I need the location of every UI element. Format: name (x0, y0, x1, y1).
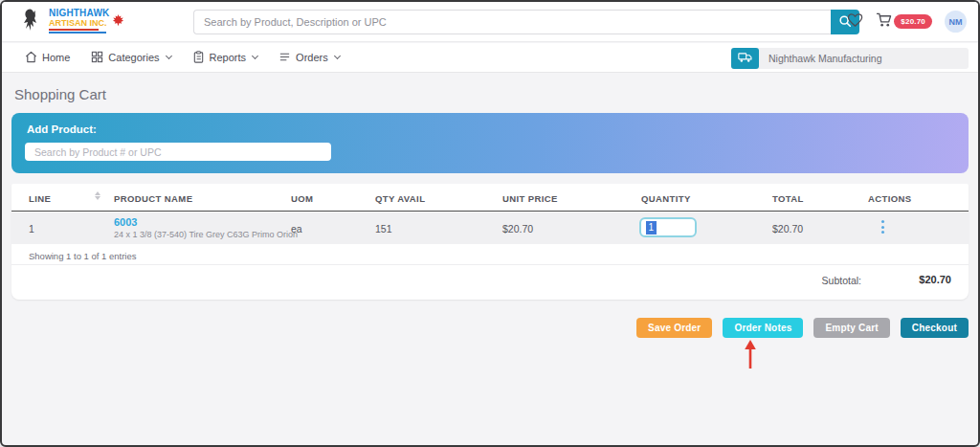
cart-button[interactable]: $20.70 (876, 12, 932, 32)
subtotal-divider (11, 264, 969, 265)
nav-item-reports[interactable]: Reports (192, 51, 258, 65)
maple-leaf-icon (112, 13, 124, 31)
cart-total-badge: $20.70 (894, 14, 932, 29)
col-header-total[interactable]: TOTAL (772, 193, 804, 204)
nav-label-home: Home (42, 52, 70, 63)
nav-item-home[interactable]: Home (25, 51, 70, 65)
col-header-quantity[interactable]: QUANTITY (641, 193, 691, 204)
col-header-product[interactable]: PRODUCT NAME (114, 193, 192, 204)
app-window: NIGHTHAWK ARTISAN INC. (0, 0, 980, 447)
chevron-down-icon (166, 53, 172, 59)
quantity-input[interactable]: 1 (639, 217, 697, 237)
checkout-button[interactable]: Checkout (901, 318, 969, 338)
user-avatar[interactable]: NM (945, 11, 967, 33)
list-icon (278, 51, 291, 65)
grid-icon (91, 51, 103, 65)
cell-uom: ea (291, 223, 302, 235)
global-search (193, 10, 859, 34)
col-header-qty-avail[interactable]: QTY AVAIL (375, 193, 425, 204)
nav-label-categories: Categories (108, 52, 159, 63)
product-code-link[interactable]: 6003 (114, 216, 298, 228)
add-product-search-input[interactable] (25, 143, 331, 161)
table-row: 1 6003 24 x 1 3/8 (37-540) Tire Grey C63… (11, 212, 969, 244)
save-order-button[interactable]: Save Order (636, 318, 712, 338)
col-header-line[interactable]: LINE (29, 193, 51, 204)
nav-label-orders: Orders (296, 52, 328, 63)
logo-tagline-rule-blue (49, 32, 106, 34)
clipboard-icon (192, 51, 205, 65)
header-icons: $20.70 NM (847, 11, 967, 33)
top-header: NIGHTHAWK ARTISAN INC. (2, 2, 978, 42)
account-name: Nighthawk Manufacturing (768, 53, 881, 64)
logo-text: NIGHTHAWK ARTISAN INC. (49, 9, 109, 34)
order-notes-button[interactable]: Order Notes (723, 318, 803, 338)
cell-product: 6003 24 x 1 3/8 (37-540) Tire Grey C63G … (114, 216, 298, 239)
nav-items: Home Categories (25, 43, 340, 72)
nav-item-categories[interactable]: Categories (91, 51, 170, 65)
wishlist-heart-icon[interactable] (847, 12, 863, 32)
page-title: Shopping Cart (14, 86, 106, 102)
shopping-cart-icon (876, 12, 892, 32)
nav-label-reports: Reports (210, 52, 247, 63)
truck-icon (738, 52, 752, 66)
cell-unit-price: $20.70 (502, 223, 533, 235)
cart-table-card: LINE PRODUCT NAME UOM QTY AVAIL UNIT PRI… (11, 184, 969, 300)
empty-cart-button[interactable]: Empty Cart (813, 318, 889, 338)
company-logo[interactable]: NIGHTHAWK ARTISAN INC. (23, 6, 124, 38)
row-actions-kebab-icon[interactable] (881, 220, 884, 234)
ship-to-button[interactable] (731, 48, 759, 69)
nav-item-orders[interactable]: Orders (278, 51, 340, 65)
eagle-logo-icon (23, 6, 46, 38)
cell-qty-avail: 151 (375, 223, 392, 235)
chevron-down-icon (252, 53, 258, 59)
account-selector[interactable]: Nighthawk Manufacturing (731, 48, 969, 69)
logo-name-top: NIGHTHAWK (49, 9, 109, 19)
subtotal-label: Subtotal: (822, 275, 861, 286)
table-header-row: LINE PRODUCT NAME UOM QTY AVAIL UNIT PRI… (11, 184, 969, 212)
home-icon (25, 51, 37, 65)
chevron-down-icon (334, 53, 341, 59)
annotation-arrow-up-icon (743, 339, 758, 373)
quantity-value-selected: 1 (646, 221, 657, 235)
sort-icon[interactable] (95, 191, 100, 200)
col-header-uom[interactable]: UOM (291, 193, 313, 204)
entries-summary: Showing 1 to 1 of 1 entries (29, 251, 137, 261)
add-product-banner: Add Product: (11, 113, 969, 173)
cell-total: $20.70 (772, 223, 803, 235)
nav-bar: Home Categories (2, 43, 978, 73)
cell-line: 1 (29, 223, 34, 235)
global-search-input[interactable] (193, 10, 831, 34)
logo-tagline-rule-red (49, 29, 99, 31)
logo-name-bottom: ARTISAN INC. (49, 19, 109, 28)
add-product-label: Add Product: (27, 123, 97, 135)
product-description: 24 x 1 3/8 (37-540) Tire Grey C63G Primo… (114, 230, 298, 239)
col-header-actions[interactable]: ACTIONS (868, 193, 912, 204)
cart-actions: Save Order Order Notes Empty Cart Checko… (636, 318, 969, 338)
col-header-unit-price[interactable]: UNIT PRICE (502, 193, 558, 204)
subtotal-value: $20.70 (919, 274, 951, 285)
